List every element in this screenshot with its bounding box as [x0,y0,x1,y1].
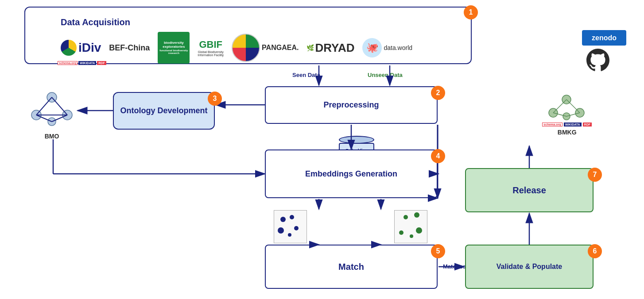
svg-point-25 [416,227,422,234]
svg-point-22 [403,215,408,219]
release-box: Release [465,168,594,212]
svg-point-21 [288,233,291,237]
svg-point-23 [414,212,419,218]
svg-line-4 [553,100,566,113]
ontology-development-box: Ontology Development [113,92,215,130]
bmo-label: BMO [27,133,76,140]
bef-china-logo: BEF-China [109,43,150,53]
rdf-badge-tl: RDF [97,61,106,65]
idiv-circle-icon [61,40,77,56]
logos-row: iDiv BEF-China biodiversityexploratories… [61,32,412,64]
matches-label: Matches [443,263,466,270]
svg-line-12 [36,97,52,115]
data-acquisition-box: Data Acquisition iDiv BEF-China biodiver… [24,7,472,64]
release-label: Release [512,185,546,196]
gbif-logo: GBIF Global BiodiversityInformation Faci… [198,39,224,57]
svg-point-18 [290,215,294,219]
bmkg-graph-icon [542,86,591,122]
biodiversity-exploratories-logo: biodiversityexploratories functional bio… [158,32,190,64]
badge-2: 2 [431,86,445,100]
ontology-development-label: Ontology Development [120,106,207,115]
badge-5: 5 [431,244,445,258]
validate-populate-label: Validate & Populate [497,263,562,271]
schema-org-badge-right: schema.org [542,123,562,126]
match-box: Match [265,245,438,289]
dryad-text: DRYAD [315,41,354,55]
embeddings-generation-label: Embeddings Generation [305,169,397,179]
schema-org-text-right: schema.org [542,123,562,126]
dryad-logo: 🌿 DRYAD [306,41,354,55]
badge-6: 6 [588,244,602,258]
preprocessing-label: Preprocessing [323,100,379,110]
bmoe-scatter-icon [274,211,306,243]
svg-point-19 [278,227,284,234]
match-label: Match [338,262,364,272]
dataworld-face-icon: 🐙 [362,38,382,58]
rdf-badge-right: RDF [583,123,592,126]
badge-3: 3 [208,92,222,106]
bmkg-schema-badge: schema.org WIKIDATA RDF [542,123,592,126]
svg-line-5 [566,100,580,113]
validate-populate-box: Validate & Populate [465,245,594,289]
idiv-text: iDiv [78,41,101,55]
badge-1: 1 [464,5,478,19]
badge-7: 7 [588,168,602,182]
svg-point-24 [399,230,403,235]
bmkg-label: BMKG [542,129,592,136]
svg-line-13 [52,97,67,115]
wikidata-badge-right: WIKIDATA [564,123,582,126]
dataworld-text: data.world [384,44,412,51]
bmo-cluster: BMO [27,86,76,140]
schema-org-text-tl: schema.org [58,61,78,65]
pipeline-diagram: Data Acquisition iDiv BEF-China biodiver… [0,0,644,299]
svg-point-20 [294,226,299,230]
preprocessing-box: Preprocessing [265,86,438,124]
pangaea-circle-icon [232,34,260,62]
svg-point-26 [410,234,413,238]
pangaea-logo: PANGAEA. [232,34,299,62]
seen-data-label: Seen Data [292,72,320,78]
metae-chart [394,210,427,243]
schema-wikidata-tl: schema.org WIKIDATA RDF [58,61,106,65]
github-icon [586,49,609,77]
svg-point-17 [280,217,286,222]
bmkg-cluster: schema.org WIKIDATA RDF BMKG [542,86,592,136]
data-acquisition-title: Data Acquisition [61,17,130,27]
wikidata-badge-tl: WIKIDATA [78,61,96,65]
schema-badges-tl: schema.org WIKIDATA RDF [58,61,106,65]
dataworld-logo: 🐙 data.world [362,38,412,58]
zenodo-logo: zenodo [582,30,626,46]
metae-scatter-icon [395,211,427,243]
badge-4: 4 [431,149,445,163]
idiv-logo: iDiv [61,40,101,56]
embeddings-generation-box: Embeddings Generation [265,150,438,198]
unseen-data-label: Unseen Data [368,72,403,78]
bmoe-chart [274,210,307,243]
bmo-graph-icon [27,86,76,130]
dryad-tree-icon: 🌿 [306,44,314,51]
